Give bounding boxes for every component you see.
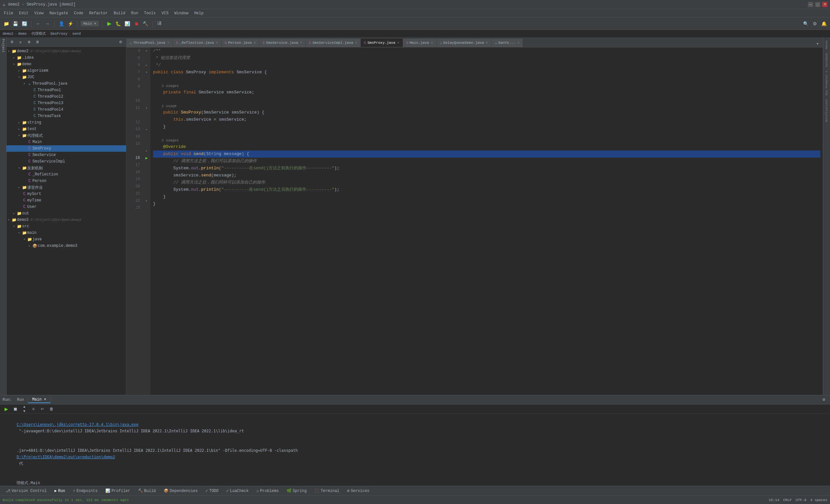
project-gear-btn[interactable]: ⚙	[117, 39, 124, 46]
tree-item-out[interactable]: ▸ 📁 out	[6, 210, 126, 217]
tab-close-delayqueue[interactable]: ×	[486, 41, 488, 45]
key-promoter-icon[interactable]: Key Promoter X	[825, 69, 828, 97]
tab-close-person[interactable]: ×	[254, 41, 256, 45]
notifications-icon[interactable]: Notifications	[825, 98, 828, 123]
menu-edit[interactable]: Edit	[17, 10, 31, 16]
breadcrumb-send[interactable]: send	[72, 32, 81, 36]
fold-icon-6[interactable]: ▸	[146, 63, 148, 67]
tab-threadpool[interactable]: ☕ ThreadPool.java ×	[126, 39, 173, 47]
scroll-down-btn[interactable]: ▼	[21, 409, 28, 413]
tree-item-mysort[interactable]: C mySort	[6, 191, 126, 197]
settings-button[interactable]: ⚙	[811, 20, 818, 27]
maven-icon[interactable]: Maven	[825, 39, 828, 50]
menu-file[interactable]: File	[1, 10, 16, 16]
nav-endpoints[interactable]: ⚡ Endpoints	[70, 488, 101, 494]
tab-close-smsserviceimpl[interactable]: ×	[355, 41, 357, 45]
project-tree[interactable]: ▾ 📁 demo2 D:\Project\IDEA\demo\demo2 ▸ 📁…	[6, 47, 126, 395]
tree-item-src3[interactable]: ▾ 📁 src	[6, 223, 126, 230]
sync-button[interactable]: 🔄	[21, 20, 28, 27]
notifications-button[interactable]: 🔔	[820, 20, 827, 27]
build-button[interactable]: 🔨	[142, 20, 149, 27]
filter-btn[interactable]: ≡	[30, 405, 37, 413]
tree-item-daili[interactable]: ▾ 📁 代理模式	[6, 132, 126, 139]
clear-btn[interactable]: 🗑	[48, 405, 55, 413]
tab-sanyo[interactable]: ☕ SanYo... ×	[491, 39, 523, 47]
tab-close-sanyo[interactable]: ×	[517, 41, 520, 45]
tree-item-threadpool[interactable]: C ThreadPool	[6, 87, 126, 93]
run-again-btn[interactable]: ▶	[3, 405, 10, 413]
project-collapse-btn[interactable]: ≡	[17, 39, 24, 46]
bottom-settings-btn[interactable]: ⚙	[820, 396, 827, 404]
nav-terminal[interactable]: ⬛ Terminal	[311, 488, 343, 494]
tree-item-smsservice[interactable]: C SmsService	[6, 152, 126, 158]
nav-dependencies[interactable]: 📦 Dependencies	[160, 488, 201, 494]
classpath-link[interactable]: D:\Project\IDEA\demo2\out\production\dem…	[17, 455, 115, 459]
tree-item-idea[interactable]: ▸ 📁 .idea	[6, 55, 126, 61]
save-button[interactable]: 💾	[12, 20, 19, 27]
tree-item-demo2[interactable]: ▾ 📁 demo2 D:\Project\IDEA\demo\demo2	[6, 48, 126, 55]
tree-item-algorisem[interactable]: ▸ 📁 algorisem	[6, 67, 126, 74]
nav-problems[interactable]: ⚠ Problems	[253, 488, 282, 494]
breadcrumb-smsproxy[interactable]: SmsProxy	[50, 32, 67, 36]
branch-selector[interactable]: Main ▾	[81, 21, 99, 26]
forward-button[interactable]: →	[44, 20, 51, 27]
tree-item-test[interactable]: ▸ 📁 test	[6, 126, 126, 132]
nav-services[interactable]: ⚙ Services	[344, 488, 373, 494]
bottom-tab-main[interactable]: Main ×	[28, 397, 50, 403]
bottom-content[interactable]: C:\Users\Lenovo\.jdks\corretto-17.0.4.1\…	[0, 413, 830, 486]
menu-tools[interactable]: Tools	[141, 10, 158, 16]
fold-icon-4[interactable]: ▾	[146, 49, 148, 53]
menu-vcs[interactable]: VCS	[159, 10, 171, 16]
tree-item-main[interactable]: C Main	[6, 139, 126, 145]
tab-smsserviceimpl[interactable]: C SmsServiceImpl.java ×	[306, 39, 361, 47]
fold-icon-11[interactable]: ▾	[146, 106, 148, 110]
tree-item-threadpool2[interactable]: C ThreadPool2	[6, 93, 126, 100]
tree-item-work[interactable]: ▸ 📁 课堂作业	[6, 184, 126, 191]
tab-smsproxy[interactable]: C SmsProxy.java ×	[361, 39, 403, 47]
nav-version-control[interactable]: ⎇ Version Control	[3, 488, 50, 494]
tab-close-smsproxy[interactable]: ×	[397, 41, 400, 45]
minimize-button[interactable]: ─	[808, 2, 813, 7]
menu-refactor[interactable]: Refactor	[87, 10, 110, 16]
tree-item-java3[interactable]: ▾ 📁 java	[6, 236, 126, 243]
tree-item-reflection[interactable]: C _Reflection	[6, 171, 126, 178]
menu-view[interactable]: View	[32, 10, 46, 16]
fold-icon-15[interactable]: ▸	[146, 149, 148, 153]
tree-item-fashe[interactable]: ▾ 📁 反射机制	[6, 165, 126, 171]
tree-item-string[interactable]: ▸ 📁 string	[6, 119, 126, 126]
tree-item-threadpool-file[interactable]: ▾ ☕ ThreadPool.java	[6, 81, 126, 87]
back-button[interactable]: ←	[35, 20, 42, 27]
fold-icon-22[interactable]: ▸	[146, 199, 148, 203]
search-everywhere-button[interactable]: 🔍	[802, 20, 809, 27]
title-bar-controls[interactable]: ─ □ ✕	[808, 2, 827, 7]
tree-item-demo3[interactable]: ▾ 📁 demo3 D:\Project\IDEA\demo\demo3	[6, 217, 126, 223]
database-icon[interactable]: Database	[825, 52, 828, 68]
menu-build[interactable]: Build	[111, 10, 128, 16]
close-button[interactable]: ✕	[822, 2, 827, 7]
tab-delayqueue[interactable]: ☕ DelayQueueDemo.java ×	[437, 39, 492, 47]
stop-button[interactable]: ⏹	[133, 20, 140, 27]
tab-close-main[interactable]: ×	[431, 41, 433, 45]
maximize-button[interactable]: □	[815, 2, 820, 7]
project-filter-btn[interactable]: ≣	[34, 39, 41, 46]
wrap-btn[interactable]: ↵	[39, 405, 46, 413]
tab-reflection[interactable]: C _Reflection.java ×	[173, 39, 221, 47]
profile-button[interactable]: 👤	[58, 20, 65, 27]
tree-item-main3[interactable]: ▾ 📁 main	[6, 230, 126, 236]
tree-item-threadpool3[interactable]: C ThreadPool3	[6, 100, 126, 106]
nav-profiler[interactable]: 📊 Profiler	[102, 488, 134, 494]
open-button[interactable]: 📁	[3, 20, 10, 27]
java-exe-link[interactable]: C:\Users\Lenovo\.jdks\corretto-17.0.4.1\…	[17, 422, 138, 427]
breadcrumb-demo2[interactable]: demo2	[3, 32, 13, 36]
breadcrumb-demo[interactable]: demo	[18, 32, 27, 36]
tab-main[interactable]: C Main.java ×	[403, 39, 437, 47]
fold-icon-7[interactable]: ▾	[146, 70, 148, 74]
fold-icon-13[interactable]: ▸	[146, 127, 148, 131]
stop-run-btn[interactable]: ⏹	[12, 405, 19, 413]
tab-close-threadpool[interactable]: ×	[167, 41, 169, 45]
debug-button[interactable]: 🐛	[115, 20, 122, 27]
tree-item-smsproxy[interactable]: C SmsProxy	[6, 145, 126, 152]
tree-item-mytime[interactable]: C myTime	[6, 197, 126, 204]
translate-button[interactable]: 译	[156, 20, 163, 27]
menu-run[interactable]: Run	[128, 10, 141, 16]
